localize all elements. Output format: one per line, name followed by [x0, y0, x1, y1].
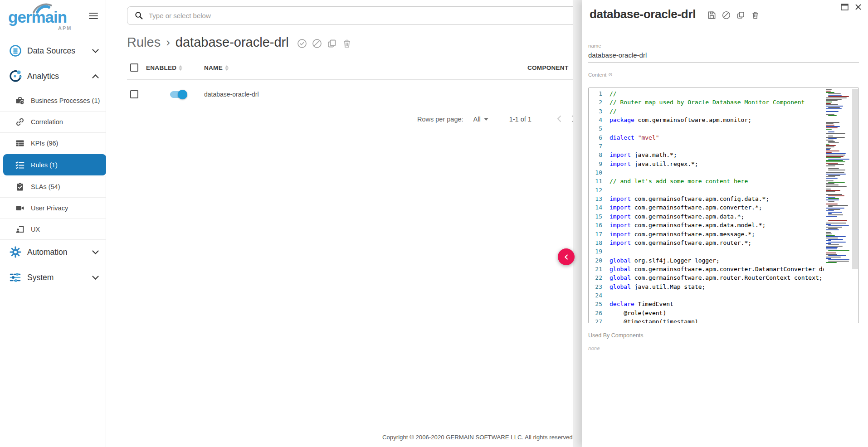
brand-logo: germain APM: [8, 3, 85, 31]
sidebar-item-label: UX: [31, 226, 40, 233]
hamburger-menu-icon[interactable]: [89, 13, 98, 20]
collapse-panel-button[interactable]: [558, 248, 575, 265]
rules-list-check-icon: [15, 160, 24, 170]
sidebar-item-ux[interactable]: UX: [0, 219, 106, 240]
chevron-down-icon: [92, 276, 99, 280]
pagination-range: 1-1 of 1: [509, 116, 532, 123]
trash-icon[interactable]: [751, 11, 760, 19]
pagination: Rows per page: All 1-1 of 1: [417, 112, 582, 126]
caret-down-icon: [484, 118, 488, 121]
editor-minimap[interactable]: [825, 89, 851, 322]
copy-icon[interactable]: [327, 39, 337, 49]
disable-ban-icon[interactable]: [312, 39, 322, 49]
sidebar-item-analytics[interactable]: Analytics: [0, 65, 106, 87]
select-all-checkbox[interactable]: [130, 63, 138, 72]
sidebar-item-correlation[interactable]: Correlation: [0, 111, 106, 132]
search-icon: [135, 11, 143, 20]
maximize-icon[interactable]: [841, 4, 848, 10]
enabled-toggle[interactable]: [170, 91, 186, 98]
content-field-label: Content⊙: [588, 72, 613, 78]
chevron-up-icon: [92, 74, 99, 78]
sidebar-item-slas[interactable]: SLAs (54): [0, 176, 106, 197]
system-sliders-icon: [9, 271, 22, 284]
sidebar-item-data-sources[interactable]: Data Sources: [0, 40, 106, 62]
row-name[interactable]: database-oracle-drl: [204, 91, 259, 98]
chevron-down-icon: [92, 250, 99, 254]
sidebar-item-label: Data Sources: [27, 46, 75, 56]
code-lines: 1//2// Router map used by Oracle Databas…: [589, 89, 824, 323]
user-privacy-video-icon: [15, 204, 24, 213]
copy-icon[interactable]: [736, 11, 745, 19]
sidebar-item-kpis[interactable]: KPIs (96): [0, 132, 106, 154]
sidebar-item-label: KPIs (96): [31, 140, 58, 147]
column-header-name[interactable]: NAME: [204, 64, 229, 71]
rows-per-page-select[interactable]: All: [473, 116, 488, 123]
disable-ban-icon[interactable]: [722, 11, 731, 19]
sidebar-item-label: Correlation: [31, 118, 63, 126]
sidebar-item-label: SLAs (54): [31, 183, 60, 190]
sidebar-item-label: System: [27, 273, 54, 282]
business-processes-icon: [15, 96, 24, 105]
slas-clipboard-icon: [15, 182, 24, 191]
brand-name: germain: [8, 8, 67, 26]
sort-icon: [179, 65, 182, 71]
panel-title: database-oracle-drl: [590, 7, 696, 21]
column-header-enabled[interactable]: ENABLED: [146, 64, 182, 71]
chevron-left-icon: [562, 253, 571, 261]
sidebar-item-label: Rules (1): [31, 161, 58, 169]
analytics-icon: [9, 70, 22, 83]
kpis-table-icon: [15, 139, 24, 148]
correlation-link-icon: [15, 117, 24, 126]
sidebar-item-system[interactable]: System: [0, 267, 106, 288]
sidebar-item-automation[interactable]: Automation: [0, 241, 106, 263]
sidebar: germain APM Data Sources Analytics: [0, 0, 106, 447]
ux-user-frame-icon: [15, 225, 24, 234]
save-icon[interactable]: [707, 11, 716, 19]
column-header-component[interactable]: COMPONENT: [527, 64, 568, 71]
breadcrumb-separator: ›: [166, 35, 170, 49]
close-icon[interactable]: [855, 4, 862, 10]
page-title: database-oracle-drl: [176, 35, 289, 50]
enable-check-circle-icon[interactable]: [297, 39, 307, 49]
sidebar-item-label: Business Processes (1): [31, 97, 100, 104]
panel-divider: [573, 0, 582, 447]
editor-scrollbar[interactable]: [852, 89, 858, 269]
detail-panel: database-oracle-drl name Content⊙ 1//2//…: [582, 0, 868, 447]
row-checkbox[interactable]: [130, 90, 138, 98]
previous-page-button[interactable]: [551, 115, 567, 124]
chevron-down-icon: [92, 49, 99, 53]
breadcrumb-section[interactable]: Rules: [127, 35, 161, 50]
app-window: germain APM Data Sources Analytics: [0, 0, 868, 447]
name-field-label: name: [588, 43, 601, 49]
sidebar-item-user-privacy[interactable]: User Privacy: [0, 197, 106, 219]
sidebar-item-rules[interactable]: Rules (1): [3, 154, 106, 175]
name-field[interactable]: [588, 50, 859, 63]
trash-icon[interactable]: [342, 39, 352, 49]
used-by-value: none: [588, 345, 600, 351]
data-sources-icon: [9, 44, 22, 57]
sidebar-item-label: User Privacy: [31, 204, 68, 212]
rows-per-page-label: Rows per page:: [417, 116, 463, 123]
content-info-icon: ⊙: [608, 72, 612, 78]
sidebar-item-label: Automation: [27, 248, 68, 257]
brand-sub: APM: [58, 25, 72, 31]
code-editor[interactable]: 1//2// Router map used by Oracle Databas…: [588, 87, 859, 323]
sort-icon: [225, 65, 229, 71]
breadcrumb: Rules › database-oracle-drl: [127, 33, 352, 52]
sidebar-item-label: Analytics: [27, 72, 59, 81]
used-by-label: Used By Components: [588, 332, 644, 339]
sidebar-item-business-processes[interactable]: Business Processes (1): [0, 90, 106, 111]
automation-gear-icon: [9, 246, 22, 258]
